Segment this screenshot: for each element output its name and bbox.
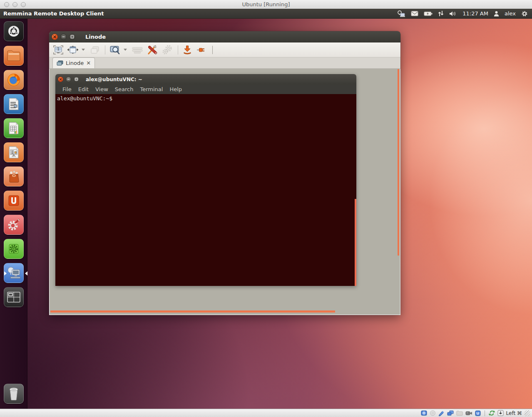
host-key-capture-icon[interactable] [497, 410, 504, 416]
remmina-titlebar[interactable]: Linode [49, 31, 400, 42]
terminal-titlebar[interactable]: alex@ubuntuVNC: ~ [55, 74, 356, 84]
libreoffice-writer-button[interactable] [4, 94, 24, 114]
harddisk-icon[interactable] [421, 410, 427, 416]
gears-icon [162, 45, 173, 55]
fullscreen-icon: 1 [53, 45, 63, 55]
ubuntu-software-center-button[interactable] [4, 166, 24, 186]
toolbar-caret-line [212, 46, 213, 54]
tab-linode[interactable]: Linode ✕ [52, 57, 95, 68]
window-minimize-button[interactable] [60, 34, 67, 40]
menu-help[interactable]: Help [167, 86, 185, 92]
plug-icon [196, 46, 207, 54]
zoom-button[interactable] [109, 44, 121, 56]
mouse-integration-icon[interactable] [489, 410, 495, 416]
minimize-to-tray-button[interactable] [181, 44, 193, 56]
menu-terminal[interactable]: Terminal [137, 86, 166, 92]
optical-disc-icon[interactable] [430, 410, 436, 416]
menu-edit[interactable]: Edit [75, 86, 92, 92]
video-capture-icon[interactable] [465, 411, 472, 416]
trash-button[interactable] [4, 384, 24, 404]
remote-terminal-window[interactable]: alex@ubuntuVNC: ~ File Edit View Search … [55, 74, 356, 286]
battery-icon[interactable] [424, 11, 433, 16]
terminal-maximize-button[interactable] [74, 77, 79, 82]
terminal-prompt: alex@ubuntuVNC:~$ [57, 95, 112, 102]
menu-view[interactable]: View [92, 86, 111, 92]
clock[interactable]: 11:27 AM [462, 10, 488, 17]
unity-launcher [0, 19, 27, 409]
zoom-dropdown-caret[interactable] [124, 49, 127, 51]
shared-folders-icon[interactable] [456, 410, 463, 416]
keyboard-grab-button[interactable] [131, 45, 144, 55]
green-ubuntu-gear-icon [7, 242, 20, 256]
menu-search[interactable]: Search [112, 86, 137, 92]
mail-icon[interactable] [411, 11, 418, 16]
dash-home-button[interactable] [4, 21, 24, 41]
fit-window-dropdown-caret[interactable] [82, 49, 85, 51]
tab-label: Linode [66, 60, 84, 66]
remmina-window: Linode 1 [49, 31, 400, 315]
remmina-tabbar: Linode ✕ [49, 57, 400, 69]
libreoffice-calc-button[interactable] [4, 118, 24, 138]
fit-window-icon [67, 45, 78, 55]
sync-arrows-icon[interactable] [438, 10, 444, 17]
panel-app-title: Remmina Remote Desktop Client [3, 10, 104, 17]
terminal-minimize-button[interactable] [66, 77, 71, 82]
window-title: Linode [85, 34, 106, 40]
toolbar-separator [105, 45, 105, 55]
software-updater-button[interactable] [4, 239, 24, 259]
menu-file[interactable]: File [60, 86, 75, 92]
calc-spreadsheet-icon [7, 122, 20, 135]
screen: Ubuntu [Running] Remmina Remote Desktop … [0, 0, 532, 417]
usb-icon[interactable] [475, 410, 481, 416]
system-settings-button[interactable] [4, 215, 24, 235]
resize-grip[interactable] [525, 410, 530, 416]
viewport-horizontal-scrollbar[interactable] [50, 310, 335, 313]
terminal-close-button[interactable] [58, 77, 63, 82]
disconnect-button[interactable] [196, 45, 208, 55]
tools-icon [147, 45, 158, 55]
firefox-icon [6, 72, 21, 87]
fit-window-button[interactable] [67, 45, 79, 55]
username-label[interactable]: alex [505, 10, 516, 17]
software-center-bag-icon [7, 170, 20, 183]
fullscreen-button[interactable]: 1 [52, 45, 64, 55]
down-arrow-icon [182, 45, 192, 55]
viewport-vertical-scrollbar[interactable] [398, 69, 399, 256]
zoom-icon [109, 45, 120, 55]
tools-button[interactable] [146, 44, 159, 56]
workspace-grid-icon [7, 291, 21, 303]
terminal-title: alex@ubuntuVNC: ~ [86, 77, 142, 82]
home-folder-button[interactable] [4, 46, 24, 66]
remmina-launcher-button[interactable] [4, 263, 24, 283]
network-adapters-icon[interactable] [447, 410, 454, 416]
ubuntu-logo-icon [7, 24, 21, 38]
ubuntu-top-panel: Remmina Remote Desktop Client 11:27 AM a… [0, 9, 532, 19]
terminal-menubar: File Edit View Search Terminal Help [55, 84, 356, 94]
tab-close-button[interactable]: ✕ [86, 60, 91, 66]
audio-icon[interactable] [438, 410, 445, 416]
trash-icon [7, 387, 20, 401]
firefox-button[interactable] [4, 70, 24, 90]
user-icon[interactable] [494, 11, 499, 17]
libreoffice-impress-button[interactable] [4, 142, 24, 162]
statusbar-separator [485, 410, 485, 416]
settings-gears-button[interactable] [161, 44, 174, 56]
volume-icon[interactable] [449, 11, 457, 17]
remote-desktop-viewport[interactable]: alex@ubuntuVNC: ~ File Edit View Search … [49, 69, 400, 315]
writer-document-icon [7, 97, 20, 111]
window-maximize-button[interactable] [69, 34, 75, 40]
duplicate-connection-button[interactable] [89, 45, 101, 55]
network-icon[interactable] [397, 10, 405, 17]
terminal-scrollbar[interactable] [355, 199, 356, 286]
ubuntu-one-icon [7, 194, 20, 207]
host-window-titlebar: Ubuntu [Running] [0, 0, 532, 9]
tab-connection-icon [57, 60, 63, 66]
workspace-switcher-button[interactable] [4, 287, 24, 307]
session-gear-icon[interactable] [521, 10, 528, 17]
ubuntu-one-button[interactable] [4, 191, 24, 211]
window-close-button[interactable] [52, 34, 58, 40]
host-window-title: Ubuntu [Running] [0, 1, 532, 7]
terminal-body[interactable]: alex@ubuntuVNC:~$ [55, 94, 356, 286]
host-key-label: Left ⌘ [506, 410, 522, 416]
running-indicator-arrow [4, 271, 7, 276]
